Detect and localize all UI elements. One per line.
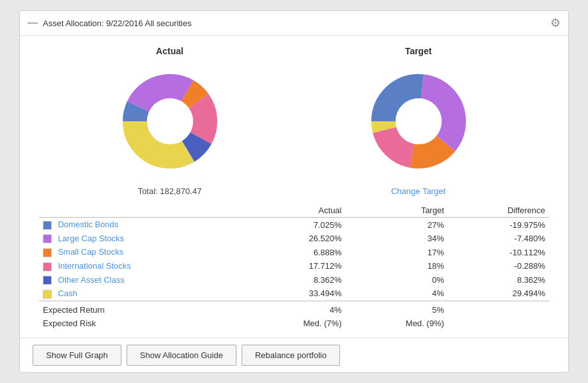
footer-data-row: Expected Risk Med. (7%) Med. (9%): [39, 317, 549, 330]
target-value: 18%: [345, 259, 447, 273]
show-full-graph-button[interactable]: Show Full Graph: [33, 345, 121, 366]
target-value: 17%: [345, 245, 447, 259]
color-swatch: [43, 248, 52, 257]
table-row: Large Cap Stocks 26.520% 34% -7.480%: [39, 232, 549, 246]
color-swatch: [43, 262, 52, 271]
target-value: 4%: [345, 287, 447, 301]
target-value: 27%: [345, 218, 447, 232]
color-swatch: [43, 221, 52, 230]
actual-chart-label: Actual: [156, 46, 183, 56]
color-swatch: [43, 276, 52, 285]
asset-name-cell: International Stocks: [39, 259, 243, 273]
actual-donut: [112, 64, 228, 179]
asset-name-cell: Small Cap Stocks: [39, 245, 243, 259]
asset-name-cell: Domestic Bonds: [39, 218, 243, 232]
difference-value: 29.494%: [448, 287, 549, 301]
asset-name-cell: Cash: [39, 287, 243, 301]
footer-target: 5%: [345, 301, 447, 317]
asset-name: Small Cap Stocks: [58, 247, 124, 257]
table-row: International Stocks 17.712% 18% -0.288%: [39, 259, 549, 273]
difference-value: -19.975%: [448, 218, 549, 232]
difference-value: 8.362%: [448, 273, 549, 287]
difference-value: -7.480%: [448, 232, 549, 246]
actual-chart-section: Actual: [112, 46, 228, 196]
rebalance-portfolio-button[interactable]: Rebalance portfolio: [242, 345, 340, 366]
col-header-name: [39, 204, 243, 218]
asset-name: International Stocks: [58, 261, 131, 271]
color-swatch: [43, 234, 52, 243]
col-header-difference: Difference: [448, 204, 549, 218]
table-header-row: Actual Target Difference: [39, 204, 549, 218]
show-allocation-guide-button[interactable]: Show Allocation Guide: [127, 345, 236, 366]
col-header-actual: Actual: [243, 204, 345, 218]
footer-diff: [448, 317, 549, 330]
asset-name-cell: Other Asset Class: [39, 273, 243, 287]
asset-name: Other Asset Class: [58, 275, 125, 285]
charts-row: Actual: [20, 36, 568, 196]
target-value: 34%: [345, 232, 447, 246]
footer-label: Expected Risk: [39, 317, 243, 330]
col-header-target: Target: [345, 204, 447, 218]
difference-value: -10.112%: [448, 245, 549, 259]
title-bar-left: — Asset Allocation: 9/22/2016 All securi…: [27, 17, 192, 29]
window-title: Asset Allocation: 9/22/2016 All securiti…: [43, 19, 192, 28]
table-row: Cash 33.494% 4% 29.494%: [39, 287, 549, 301]
difference-value: -0.288%: [448, 259, 549, 273]
target-chart-section: Target C: [361, 46, 476, 196]
asset-name: Domestic Bonds: [58, 220, 119, 229]
table-row: Domestic Bonds 7.025% 27% -19.975%: [39, 218, 549, 232]
footer-label: Expected Return: [39, 301, 243, 317]
main-window: — Asset Allocation: 9/22/2016 All securi…: [19, 10, 569, 372]
actual-value: 6.888%: [243, 245, 345, 259]
title-bar: — Asset Allocation: 9/22/2016 All securi…: [20, 11, 568, 36]
color-swatch: [43, 290, 52, 299]
table-section: Actual Target Difference Domestic Bonds …: [20, 196, 568, 337]
svg-point-7: [147, 98, 193, 144]
target-chart-label: Target: [405, 46, 432, 56]
actual-value: 8.362%: [243, 273, 345, 287]
asset-name: Cash: [58, 289, 77, 298]
actual-value: 7.025%: [243, 218, 345, 232]
asset-name: Large Cap Stocks: [58, 234, 124, 243]
footer-target: Med. (9%): [345, 317, 447, 330]
table-row: Small Cap Stocks 6.888% 17% -10.112%: [39, 245, 549, 259]
gear-icon[interactable]: ⚙: [550, 16, 561, 30]
footer-diff: [448, 301, 549, 317]
target-value: 0%: [345, 273, 447, 287]
actual-chart-subtitle: Total: 182,870.47: [138, 186, 202, 196]
svg-point-14: [396, 98, 442, 144]
asset-name-cell: Large Cap Stocks: [39, 232, 243, 246]
actual-value: 26.520%: [243, 232, 345, 246]
footer-actual: 4%: [243, 301, 345, 317]
table-row: Other Asset Class 8.362% 0% 8.362%: [39, 273, 549, 287]
footer-actual: Med. (7%): [243, 317, 345, 330]
footer-data-row: Expected Return 4% 5%: [39, 301, 549, 317]
change-target-link[interactable]: Change Target: [391, 186, 445, 196]
allocation-table: Actual Target Difference Domestic Bonds …: [39, 204, 549, 329]
dash-icon: —: [27, 17, 38, 29]
target-donut: [361, 64, 476, 179]
actual-value: 33.494%: [243, 287, 345, 301]
footer-buttons: Show Full Graph Show Allocation Guide Re…: [20, 338, 568, 372]
actual-value: 17.712%: [243, 259, 345, 273]
